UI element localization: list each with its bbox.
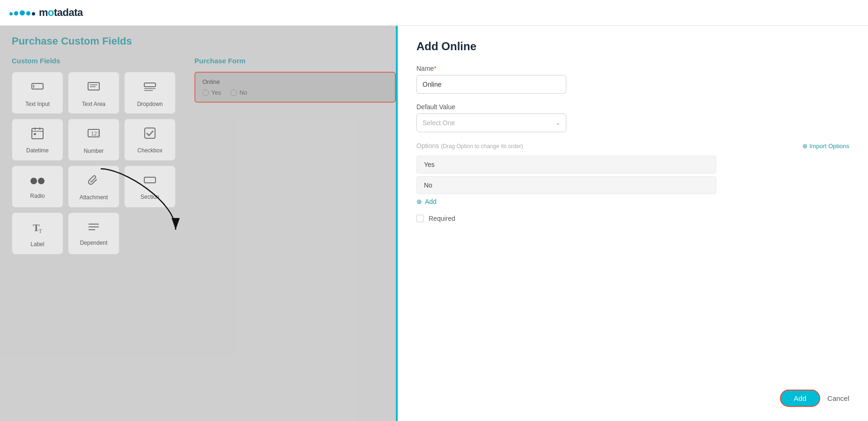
svg-rect-19 (144, 177, 156, 183)
field-label-radio: Radio (30, 193, 45, 199)
radio-circle-yes (202, 90, 209, 96)
field-item-checkbox[interactable]: Checkbox (124, 119, 176, 161)
field-item-section[interactable]: Section (124, 165, 176, 208)
field-item-radio[interactable]: Radio (12, 165, 63, 208)
svg-rect-16 (145, 128, 155, 138)
add-button[interactable]: Add (780, 390, 821, 407)
field-item-number[interactable]: 123 Number (68, 119, 119, 161)
field-item-dropdown[interactable]: Dropdown (124, 72, 176, 114)
number-icon: 123 (86, 126, 101, 144)
field-item-datetime[interactable]: Datetime (12, 119, 63, 161)
field-item-attachment[interactable]: Attachment (68, 165, 119, 208)
purchase-form-area: Purchase Form Online Yes No (185, 57, 396, 259)
options-header: Options (Drag Option to change its order… (416, 142, 849, 150)
app-header: motadata (0, 0, 868, 26)
field-label-dropdown: Dropdown (137, 101, 163, 107)
section-icon (142, 173, 157, 190)
field-label-attachment: Attachment (80, 194, 108, 201)
logo-text: motadata (39, 7, 83, 19)
field-label-text-area: Text Area (82, 101, 105, 107)
label-icon: T T (30, 220, 45, 237)
fields-row-3: Radio Attachment (12, 165, 176, 208)
field-item-label[interactable]: T T Label (12, 212, 63, 255)
purchase-form-title: Purchase Form (194, 57, 396, 65)
svg-point-18 (38, 178, 45, 184)
field-item-text-area[interactable]: Text Area (68, 72, 119, 114)
svg-rect-13 (34, 133, 36, 135)
field-item-dependent[interactable]: Dependent (68, 212, 119, 255)
field-label-label: Label (30, 241, 44, 248)
left-panel: Purchase Custom Fields Custom Fields (0, 26, 396, 421)
dropdown-icon (142, 79, 157, 97)
plus-circle-icon-2: ⊕ (416, 198, 422, 205)
field-label-section: Section (141, 194, 159, 200)
option-item-yes: Yes (416, 156, 716, 173)
default-value-label: Default Value (416, 103, 849, 111)
name-input[interactable] (416, 75, 566, 94)
svg-rect-3 (88, 83, 99, 90)
import-options-button[interactable]: ⊕ Import Options (802, 143, 849, 150)
checkbox-icon (143, 126, 157, 143)
radio-yes-label: Yes (211, 89, 221, 96)
field-item-text-input[interactable]: Text Input (12, 72, 63, 114)
add-online-dialog: Add Online Name* Default Value Select On… (396, 26, 868, 421)
svg-rect-9 (32, 128, 43, 139)
datetime-icon (30, 126, 45, 143)
plus-circle-icon: ⊕ (802, 143, 808, 150)
attachment-icon (87, 173, 100, 190)
options-drag-hint: (Drag Option to change its order) (441, 143, 523, 150)
option-item-no: No (416, 176, 716, 194)
fields-row-4: T T Label (12, 212, 176, 255)
page-title: Purchase Custom Fields (12, 35, 384, 47)
svg-text:T: T (38, 227, 42, 234)
select-placeholder: Select One (423, 119, 455, 127)
dialog-title: Add Online (416, 40, 849, 53)
required-section: Required (416, 215, 849, 222)
name-form-group: Name* (416, 65, 849, 94)
field-label-checkbox: Checkbox (137, 147, 162, 154)
logo-dot-4 (26, 11, 30, 15)
field-label-dependent: Dependent (80, 240, 108, 246)
default-value-select[interactable]: Select One ⌄ (416, 113, 566, 132)
custom-fields-label: Custom Fields (12, 57, 176, 65)
options-title: Options (Drag Option to change its order… (416, 142, 523, 150)
fields-grid: Custom Fields Text Input (12, 57, 176, 259)
radio-no-label: No (239, 89, 247, 96)
logo: motadata (9, 7, 83, 19)
logo-dot-3 (20, 10, 25, 15)
radio-option-yes: Yes (202, 89, 221, 96)
svg-point-17 (30, 178, 37, 184)
main-content: Purchase Custom Fields Custom Fields (0, 26, 868, 421)
dialog-footer: Add Cancel (780, 390, 849, 407)
logo-dots (9, 10, 35, 15)
chevron-down-icon: ⌄ (556, 120, 560, 126)
custom-fields-area: Custom Fields Text Input (12, 57, 384, 259)
required-star: * (434, 65, 436, 72)
text-area-icon (86, 79, 101, 97)
logo-dot-1 (9, 12, 13, 15)
text-input-icon (30, 79, 45, 97)
options-form-group: Options (Drag Option to change its order… (416, 142, 849, 205)
field-label-text-input: Text Input (25, 101, 50, 107)
radio-circle-no (230, 90, 237, 96)
field-label-datetime: Datetime (26, 147, 49, 154)
fields-row-1: Text Input Text Area (12, 72, 176, 114)
radio-option-no: No (230, 89, 247, 96)
dependent-icon (87, 221, 101, 236)
add-option-button[interactable]: ⊕ Add (416, 198, 437, 205)
svg-text:123: 123 (91, 131, 100, 137)
radio-icon (30, 174, 45, 189)
options-title-area: Options (Drag Option to change its order… (416, 142, 523, 150)
form-field-label: Online (202, 78, 388, 85)
required-label: Required (429, 215, 455, 222)
cancel-button[interactable]: Cancel (827, 394, 849, 402)
fields-row-2: Datetime 123 Number (12, 119, 176, 161)
svg-rect-6 (144, 83, 156, 87)
name-label: Name* (416, 65, 849, 72)
form-field-preview: Online Yes No (194, 72, 396, 103)
radio-group-preview: Yes No (202, 89, 388, 96)
logo-dot-2 (14, 11, 18, 15)
required-checkbox[interactable] (416, 215, 424, 222)
logo-dot-5 (32, 12, 35, 15)
field-label-number: Number (84, 148, 104, 154)
